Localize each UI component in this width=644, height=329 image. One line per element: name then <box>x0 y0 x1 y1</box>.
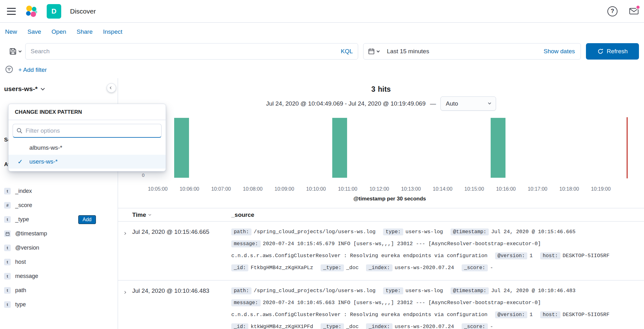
doc-time: Jul 24, 2020 @ 10:15:46.665 <box>132 226 231 274</box>
help-icon[interactable]: ? <box>607 6 617 16</box>
option-label: users-ws-* <box>29 158 58 165</box>
change-index-pattern-popover: CHANGE INDEX PATTERN albums-ws-*✓users-w… <box>8 104 166 171</box>
source-field-badge: _type: <box>321 264 344 271</box>
source-field-value: ktkWgHMB4z_zKgHX1PFd <box>251 324 313 329</box>
doc-table-row: Jul 24, 2020 @ 10:15:46.665path:/spring_… <box>118 222 644 280</box>
current-time-marker <box>627 117 628 178</box>
field-item-_type[interactable]: t_typeAdd <box>0 212 118 227</box>
field-item-_score[interactable]: #_score <box>0 198 118 212</box>
doc-source: path:/spring_cloud_projects/log/users-ws… <box>231 226 644 274</box>
field-item-@timestamp[interactable]: @timestamp <box>0 227 118 241</box>
source-field-value: 1 <box>529 312 533 318</box>
interval-value: Auto <box>446 100 458 107</box>
nav-inspect[interactable]: Inspect <box>103 28 122 35</box>
source-field-value: users-ws-2020.07.24 <box>395 265 454 271</box>
filter-bar: + Add filter <box>0 62 644 78</box>
field-item-message[interactable]: tmessage <box>0 269 118 283</box>
source-field-value: users-ws-log <box>405 229 443 235</box>
collapse-sidebar-button[interactable] <box>107 83 116 93</box>
text-field-icon: t <box>4 301 11 308</box>
histogram-bar[interactable] <box>491 118 505 178</box>
column-header-source: _source <box>231 211 254 218</box>
refresh-icon <box>597 48 604 55</box>
source-field-badge: _index: <box>366 264 392 271</box>
x-tick-label: 10:14:00 <box>428 186 457 192</box>
field-name: type <box>15 301 26 308</box>
index-pattern-option[interactable]: ✓users-ws-* <box>9 155 166 169</box>
expand-row-button[interactable] <box>118 285 132 329</box>
histogram-header: Jul 24, 2020 @ 10:04:49.069 - Jul 24, 20… <box>118 96 644 111</box>
time-range-value[interactable]: Last 15 minutes <box>387 48 429 55</box>
nav-save[interactable]: Save <box>27 28 41 35</box>
doc-table-body: Jul 24, 2020 @ 10:15:46.665path:/spring_… <box>118 222 644 329</box>
x-tick-label: 10:19:00 <box>587 186 615 192</box>
date-picker-group: Last 15 minutes Show dates <box>363 43 581 60</box>
show-dates-link[interactable]: Show dates <box>544 48 575 55</box>
refresh-button[interactable]: Refresh <box>586 43 639 60</box>
elastic-logo[interactable] <box>25 5 38 18</box>
text-field-icon: t <box>4 273 11 280</box>
source-field-value: 2020-07-24 10:15:45.679 INFO [users-ws,,… <box>231 241 541 259</box>
nav-links: NewSaveOpenShareInspect <box>0 23 644 41</box>
source-field-value: users-ws-2020.07.24 <box>395 324 454 329</box>
source-field-badge: type: <box>383 228 403 235</box>
source-field-badge: path: <box>231 287 251 294</box>
x-tick-label: 10:08:00 <box>239 186 267 192</box>
x-tick-label: 10:07:00 <box>207 186 235 192</box>
hits-counter: 3hits <box>118 85 644 93</box>
source-field-value: 1 <box>529 253 533 259</box>
field-item-host[interactable]: thost <box>0 255 118 269</box>
chevron-right-icon <box>123 232 126 234</box>
source-field-badge: path: <box>231 228 251 235</box>
text-field-icon: t <box>4 216 11 223</box>
date-picker-button[interactable] <box>363 43 384 59</box>
field-name: _type <box>15 216 29 223</box>
newsfeed-icon[interactable] <box>628 6 640 16</box>
histogram-bar[interactable] <box>332 118 347 178</box>
search-icon <box>16 128 23 134</box>
index-pattern-option[interactable]: albums-ws-* <box>9 141 166 155</box>
source-field-value: DESKTOP-5IIO5RF <box>563 253 610 259</box>
filter-icon[interactable] <box>5 65 13 75</box>
x-tick-label: 10:09:00 <box>270 186 298 192</box>
index-pattern-name: users-ws-* <box>4 85 38 93</box>
field-item-_index[interactable]: t_index <box>0 184 118 198</box>
index-pattern-switcher[interactable]: users-ws-* <box>4 85 44 93</box>
page-title: Discover <box>70 8 96 15</box>
query-language-toggle[interactable]: KQL <box>341 48 353 55</box>
source-field-badge: message: <box>231 240 261 247</box>
histogram-bar[interactable] <box>174 118 189 178</box>
source-field-badge: _type: <box>321 323 344 329</box>
nav-share[interactable]: Share <box>77 28 93 35</box>
field-item-@version[interactable]: t@version <box>0 241 118 255</box>
field-name: _score <box>15 202 32 209</box>
y-tick-label: 0 <box>131 172 145 178</box>
source-field-value: _doc <box>346 324 359 329</box>
nav-new[interactable]: New <box>5 28 17 35</box>
column-header-time[interactable]: Time <box>118 211 231 218</box>
search-input[interactable] <box>31 48 337 55</box>
field-item-path[interactable]: tpath <box>0 283 118 297</box>
source-field-badge: host: <box>540 252 560 259</box>
filter-options-input[interactable] <box>26 127 158 134</box>
doc-source: path:/spring_cloud_projects/log/users-ws… <box>231 285 644 329</box>
source-field-value: - <box>490 265 493 271</box>
add-filter-link[interactable]: + Add filter <box>18 66 47 73</box>
save-icon <box>9 48 17 55</box>
field-item-type[interactable]: ttype <box>0 297 118 312</box>
save-query-button[interactable] <box>5 43 25 60</box>
source-field-value: FtkbgHMB4z_zKgHXaPLz <box>251 265 313 271</box>
field-name: @version <box>15 245 39 251</box>
source-field-badge: _id: <box>231 264 248 271</box>
refresh-label: Refresh <box>607 48 628 55</box>
x-tick-label: 10:13:00 <box>397 186 425 192</box>
nav-open[interactable]: Open <box>51 28 66 35</box>
interval-select[interactable]: Auto <box>440 96 496 111</box>
menu-toggle-button[interactable] <box>6 7 16 15</box>
expand-row-button[interactable] <box>118 226 132 274</box>
chevron-down-icon <box>19 49 22 52</box>
top-navigation-bar: D Discover ? <box>0 0 644 23</box>
add-field-button[interactable]: Add <box>78 215 96 224</box>
space-avatar[interactable]: D <box>47 4 61 19</box>
source-field-value: users-ws-log <box>405 288 443 294</box>
